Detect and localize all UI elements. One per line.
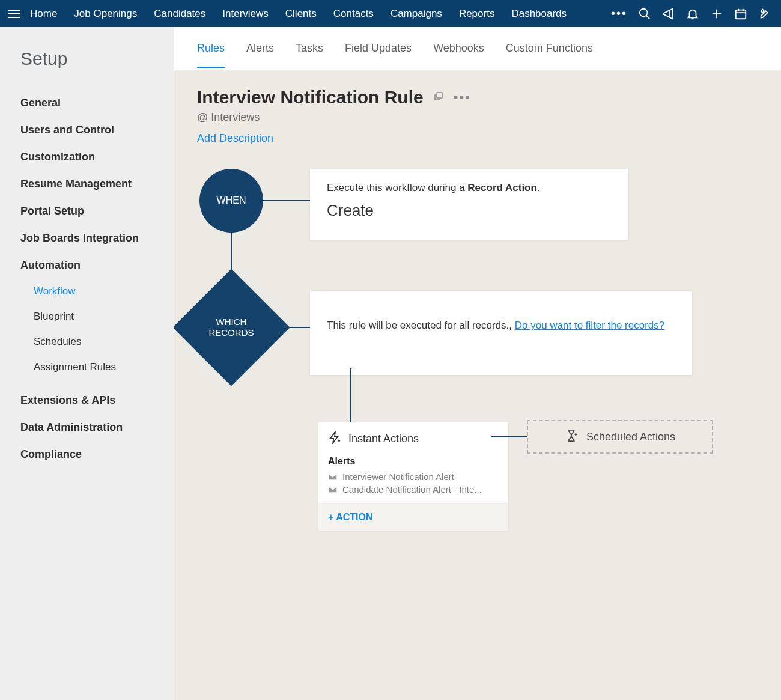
nav-campaigns[interactable]: Campaigns [390,8,442,20]
sidebar-automation[interactable]: Automation [20,252,174,279]
add-action-button[interactable]: + ACTION [318,503,508,531]
hourglass-icon [565,429,578,445]
connector-line [272,327,310,328]
tab-tasks[interactable]: Tasks [296,29,323,68]
sidebar-title: Setup [20,49,174,69]
sidebar-extensions[interactable]: Extensions & APIs [20,387,174,414]
envelope-icon [328,473,338,481]
hamburger-menu-icon[interactable] [8,10,20,18]
svg-rect-8 [437,93,442,98]
more-modules-icon[interactable]: ••• [611,7,627,20]
sidebar-portal-setup[interactable]: Portal Setup [20,198,174,225]
alert-item[interactable]: Candidate Notification Alert - Inte... [328,483,499,496]
popout-icon[interactable] [433,91,444,104]
sidebar-resume-management[interactable]: Resume Management [20,171,174,198]
sidebar-assignment-rules[interactable]: Assignment Rules [20,355,174,380]
nav-right: ••• [611,7,775,20]
which-text: This rule will be executed for all recor… [327,320,515,331]
instant-actions-title: Instant Actions [348,433,419,445]
tab-rules[interactable]: Rules [197,29,225,68]
which-card[interactable]: This rule will be executed for all recor… [310,291,692,375]
top-nav: Home Job Openings Candidates Interviews … [0,0,781,27]
tab-custom-functions[interactable]: Custom Functions [506,29,593,68]
nav-contacts[interactable]: Contacts [333,8,374,20]
nav-candidates[interactable]: Candidates [154,8,205,20]
alert-item[interactable]: Interviewer Notification Alert [328,470,499,483]
sidebar-data-admin[interactable]: Data Administration [20,414,174,441]
tab-webhooks[interactable]: Webhooks [433,29,484,68]
nav-interviews[interactable]: Interviews [222,8,269,20]
connector-line [263,200,311,201]
instant-actions-card: Instant Actions Alerts Interviewer Notif… [318,422,508,531]
tab-field-updates[interactable]: Field Updates [345,29,412,68]
nav-reports[interactable]: Reports [459,8,495,20]
tools-icon[interactable] [758,7,771,20]
nav-dashboards[interactable]: Dashboards [511,8,567,20]
sidebar-schedules[interactable]: Schedules [20,329,174,355]
tabs-bar: Rules Alerts Tasks Field Updates Webhook… [174,27,781,70]
svg-point-0 [640,8,648,16]
connector-line [350,368,351,431]
scheduled-actions-label: Scheduled Actions [586,431,675,443]
sidebar-compliance[interactable]: Compliance [20,441,174,468]
when-description: Execute this workflow during a Record Ac… [327,182,612,194]
sidebar-job-boards[interactable]: Job Boards Integration [20,225,174,252]
connector-line [491,436,527,437]
more-actions-icon[interactable]: ••• [454,90,471,105]
lightning-icon [328,431,341,446]
rule-module: @ Interviews [197,111,758,124]
rule-header: Interview Notification Rule ••• @ Interv… [174,70,781,145]
tab-alerts[interactable]: Alerts [246,29,274,68]
add-description-link[interactable]: Add Description [197,132,273,145]
alerts-heading: Alerts [328,456,499,467]
bell-icon[interactable] [686,7,699,20]
megaphone-icon[interactable] [662,7,675,20]
filter-records-link[interactable]: Do you want to filter the records? [515,320,664,331]
sidebar: Setup General Users and Control Customiz… [0,27,174,700]
sidebar-general[interactable]: General [20,90,174,117]
which-records-node[interactable]: WHICH RECORDS [190,286,273,369]
plus-icon[interactable] [710,7,723,20]
scheduled-actions-button[interactable]: Scheduled Actions [527,420,713,454]
envelope-icon [328,486,338,493]
when-node[interactable]: WHEN [199,169,263,233]
workflow-flow: WHEN Execute this workflow during a Reco… [174,169,781,577]
sidebar-blueprint[interactable]: Blueprint [20,304,174,329]
svg-rect-4 [736,10,746,19]
sidebar-customization[interactable]: Customization [20,144,174,171]
nav-job-openings[interactable]: Job Openings [74,8,137,20]
sidebar-workflow[interactable]: Workflow [20,279,174,304]
content-area: Rules Alerts Tasks Field Updates Webhook… [174,27,781,700]
nav-items: Home Job Openings Candidates Interviews … [30,8,567,20]
calendar-icon[interactable] [734,7,747,20]
sidebar-users-control[interactable]: Users and Control [20,117,174,144]
when-card[interactable]: Execute this workflow during a Record Ac… [310,169,628,240]
nav-clients[interactable]: Clients [285,8,317,20]
nav-home[interactable]: Home [30,8,57,20]
search-icon[interactable] [638,7,651,20]
svg-line-1 [646,15,650,19]
rule-title: Interview Notification Rule [197,87,424,108]
when-value: Create [327,201,612,220]
